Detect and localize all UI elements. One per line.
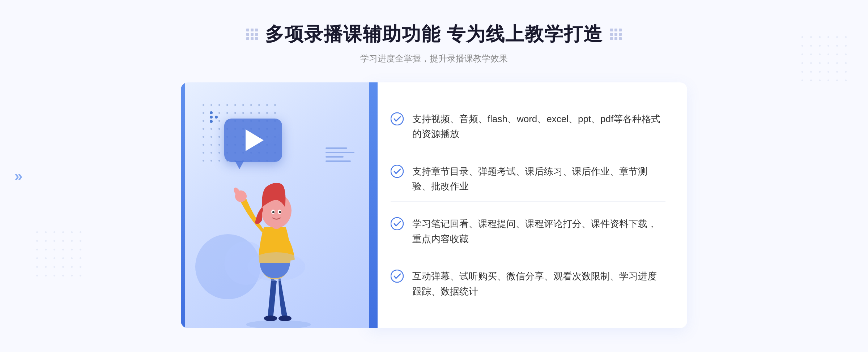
person-illustration	[221, 140, 329, 328]
left-chevrons-decor: »	[14, 168, 22, 184]
svg-point-15	[391, 270, 403, 282]
svg-point-9	[272, 211, 275, 213]
bg-dots-left-decor	[36, 231, 85, 280]
page-subtitle: 学习进度全掌握，提升录播课教学效果	[246, 53, 622, 64]
check-icon-2	[391, 165, 404, 178]
feature-item-3: 学习笔记回看、课程提问、课程评论打分、课件资料下载，重点内容收藏	[391, 209, 665, 254]
header-section: 多项录播课辅助功能 专为线上教学打造 学习进度全掌握，提升录播课教学效果	[246, 0, 622, 64]
illustration-panel	[181, 82, 369, 328]
title-row: 多项录播课辅助功能 专为线上教学打造	[246, 22, 622, 47]
title-left-dots	[246, 29, 258, 40]
check-icon-4	[391, 270, 404, 283]
features-panel: 支持视频、音频、flash、word、excel、ppt、pdf等各种格式的资源…	[369, 82, 687, 328]
check-icon-3	[391, 217, 404, 230]
svg-point-14	[391, 218, 403, 230]
svg-point-0	[246, 320, 311, 328]
feature-text-4: 互动弹幕、试听购买、微信分享、观看次数限制、学习进度跟踪、数据统计	[412, 269, 665, 299]
feature-text-1: 支持视频、音频、flash、word、excel、ppt、pdf等各种格式的资源…	[412, 112, 665, 142]
page-title: 多项录播课辅助功能 专为线上教学打造	[265, 22, 603, 47]
svg-point-2	[278, 315, 292, 321]
feature-text-2: 支持章节目录、弹题考试、课后练习、课后作业、章节测验、批改作业	[412, 164, 665, 194]
svg-point-10	[279, 211, 281, 213]
bg-dots-right-decor	[801, 36, 850, 85]
feature-item-4: 互动弹幕、试听购买、微信分享、观看次数限制、学习进度跟踪、数据统计	[391, 262, 665, 306]
svg-point-13	[391, 165, 403, 177]
page-container: » 多项录播课辅助功能 专为线上教学打造 学习进度全掌握，提升录播课教学效果	[0, 0, 868, 352]
illus-left-stripe	[181, 82, 185, 328]
feature-item-2: 支持章节目录、弹题考试、课后练习、课后作业、章节测验、批改作业	[391, 157, 665, 202]
sparkle-dots	[210, 111, 218, 123]
check-icon-1	[391, 112, 404, 125]
svg-point-11	[247, 252, 305, 281]
content-section: 支持视频、音频、flash、word、excel、ppt、pdf等各种格式的资源…	[181, 82, 687, 328]
blue-divider-stripe	[369, 82, 378, 328]
feature-text-3: 学习笔记回看、课程提问、课程评论打分、课件资料下载，重点内容收藏	[412, 216, 665, 246]
feature-item-1: 支持视频、音频、flash、word、excel、ppt、pdf等各种格式的资源…	[391, 104, 665, 149]
decorative-lines	[326, 147, 354, 162]
title-right-dots	[610, 29, 622, 40]
svg-point-1	[264, 315, 277, 321]
svg-point-12	[391, 113, 403, 125]
